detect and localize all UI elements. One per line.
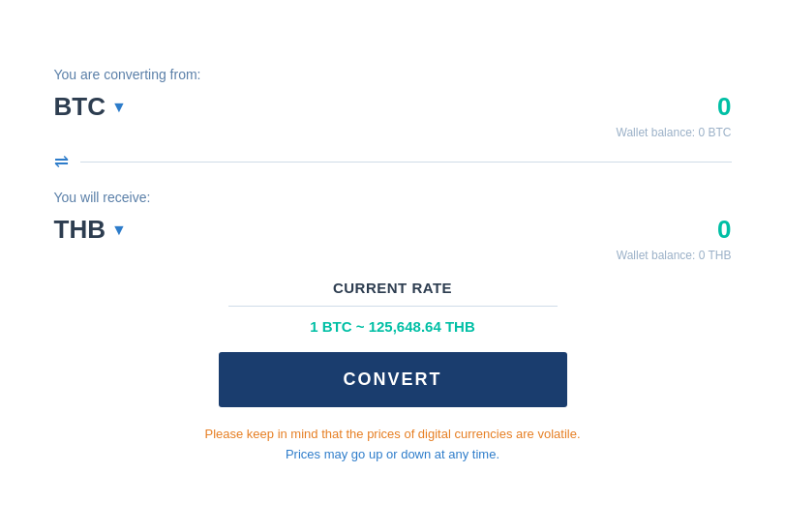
rate-divider (228, 306, 558, 307)
current-rate-title: CURRENT RATE (54, 280, 732, 296)
to-amount-value[interactable]: 0 (717, 215, 731, 245)
to-wallet-balance: Wallet balance: 0 THB (54, 249, 732, 262)
rate-value: 1 BTC ~ 125,648.64 THB (54, 318, 732, 335)
to-currency-select[interactable]: THB ▼ (54, 215, 127, 245)
converter-container: You are converting from: BTC ▼ 0 Wallet … (25, 47, 761, 485)
disclaimer-part2: Prices may go up or down at any time. (286, 447, 499, 461)
disclaimer: Please keep in mind that the prices of d… (199, 425, 587, 465)
to-currency-chevron-icon[interactable]: ▼ (111, 222, 127, 239)
from-currency-row: BTC ▼ 0 (54, 92, 732, 122)
disclaimer-part1: Please keep in mind that the prices of d… (204, 427, 580, 441)
from-wallet-balance: Wallet balance: 0 BTC (54, 126, 732, 139)
convert-button[interactable]: CONVERT (219, 352, 567, 407)
from-currency-chevron-icon[interactable]: ▼ (111, 99, 127, 116)
divider-line (80, 162, 732, 163)
current-rate-section: CURRENT RATE 1 BTC ~ 125,648.64 THB CONV… (54, 280, 732, 465)
from-currency-select[interactable]: BTC ▼ (54, 92, 127, 122)
from-currency-code: BTC (54, 92, 106, 122)
you-will-receive-label: You will receive: (54, 190, 732, 205)
converting-from-label: You are converting from: (54, 67, 732, 82)
receive-section: You will receive: THB ▼ 0 Wallet balance… (54, 190, 732, 262)
swap-icon[interactable]: ⇌ (54, 151, 69, 172)
divider-row: ⇌ (54, 151, 732, 172)
from-amount-value[interactable]: 0 (717, 92, 731, 122)
to-currency-code: THB (54, 215, 106, 245)
to-currency-row: THB ▼ 0 (54, 215, 732, 245)
